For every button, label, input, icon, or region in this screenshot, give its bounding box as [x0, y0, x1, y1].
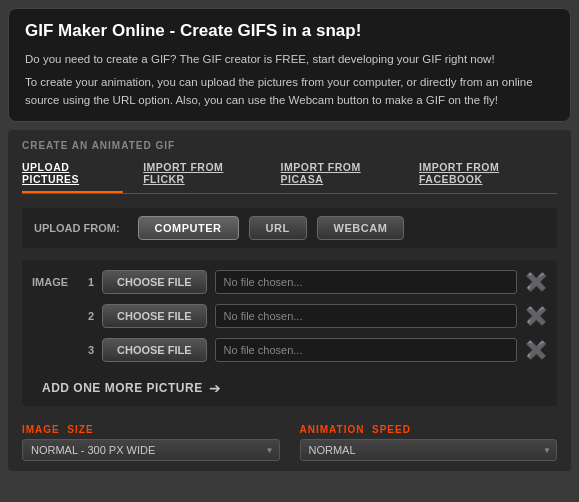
- images-container: IMAGE 1 CHOOSE FILE No file chosen... ✖️…: [22, 260, 557, 406]
- remove-image-button-2[interactable]: ✖️: [525, 307, 547, 325]
- animation-speed-select[interactable]: NORMAL: [300, 439, 558, 461]
- image-size-group: IMAGE SIZE NORMAL - 300 PX WIDE: [22, 424, 280, 461]
- upload-from-row: UPLOAD FROM: COMPUTER URL WEBCAM: [22, 208, 557, 248]
- image-size-label: IMAGE SIZE: [22, 424, 280, 435]
- source-computer-button[interactable]: COMPUTER: [138, 216, 239, 240]
- animation-speed-select-wrapper: NORMAL: [300, 439, 558, 461]
- remove-image-button-3[interactable]: ✖️: [525, 341, 547, 359]
- tab-upload-pictures[interactable]: UPLOAD PICTURES: [22, 161, 123, 193]
- header-desc2: To create your animation, you can upload…: [25, 74, 554, 109]
- header-section: GIF Maker Online - Create GIFS in a snap…: [8, 8, 571, 122]
- remove-image-button-1[interactable]: ✖️: [525, 273, 547, 291]
- image-row-1: IMAGE 1 CHOOSE FILE No file chosen... ✖️: [32, 270, 547, 294]
- tabs-row: UPLOAD PICTURES IMPORT FROM FLICKR IMPOR…: [22, 161, 557, 194]
- image-num-3: 3: [80, 344, 94, 356]
- add-more-label: ADD ONE MORE PICTURE: [42, 381, 203, 395]
- image-size-select[interactable]: NORMAL - 300 PX WIDE: [22, 439, 280, 461]
- section-title: CREATE AN ANIMATED GIF: [22, 140, 557, 151]
- image-row-2: 2 CHOOSE FILE No file chosen... ✖️: [32, 304, 547, 328]
- upload-from-label: UPLOAD FROM:: [34, 222, 120, 234]
- animation-speed-group: ANIMATION SPEED NORMAL: [300, 424, 558, 461]
- bottom-options: IMAGE SIZE NORMAL - 300 PX WIDE ANIMATIO…: [22, 416, 557, 461]
- main-content: CREATE AN ANIMATED GIF UPLOAD PICTURES I…: [8, 130, 571, 471]
- tab-import-picasa[interactable]: IMPORT FROM PICASA: [281, 161, 399, 193]
- image-num-1: 1: [80, 276, 94, 288]
- file-name-display-1: No file chosen...: [215, 270, 517, 294]
- file-name-display-3: No file chosen...: [215, 338, 517, 362]
- image-num-2: 2: [80, 310, 94, 322]
- choose-file-button-1[interactable]: CHOOSE FILE: [102, 270, 207, 294]
- tab-import-facebook[interactable]: IMPORT FROM FACEBOOK: [419, 161, 557, 193]
- choose-file-button-3[interactable]: CHOOSE FILE: [102, 338, 207, 362]
- image-label-1: IMAGE: [32, 276, 72, 288]
- file-name-display-2: No file chosen...: [215, 304, 517, 328]
- source-url-button[interactable]: URL: [249, 216, 307, 240]
- choose-file-button-2[interactable]: CHOOSE FILE: [102, 304, 207, 328]
- image-row-3: 3 CHOOSE FILE No file chosen... ✖️: [32, 338, 547, 362]
- header-desc1: Do you need to create a GIF? The GIF cre…: [25, 51, 554, 68]
- source-webcam-button[interactable]: WEBCAM: [317, 216, 405, 240]
- animation-speed-label: ANIMATION SPEED: [300, 424, 558, 435]
- page-title: GIF Maker Online - Create GIFS in a snap…: [25, 21, 554, 41]
- image-size-select-wrapper: NORMAL - 300 PX WIDE: [22, 439, 280, 461]
- add-more-row[interactable]: ADD ONE MORE PICTURE ➔: [32, 372, 547, 406]
- arrow-right-icon: ➔: [209, 380, 221, 396]
- tab-import-flickr[interactable]: IMPORT FROM FLICKR: [143, 161, 260, 193]
